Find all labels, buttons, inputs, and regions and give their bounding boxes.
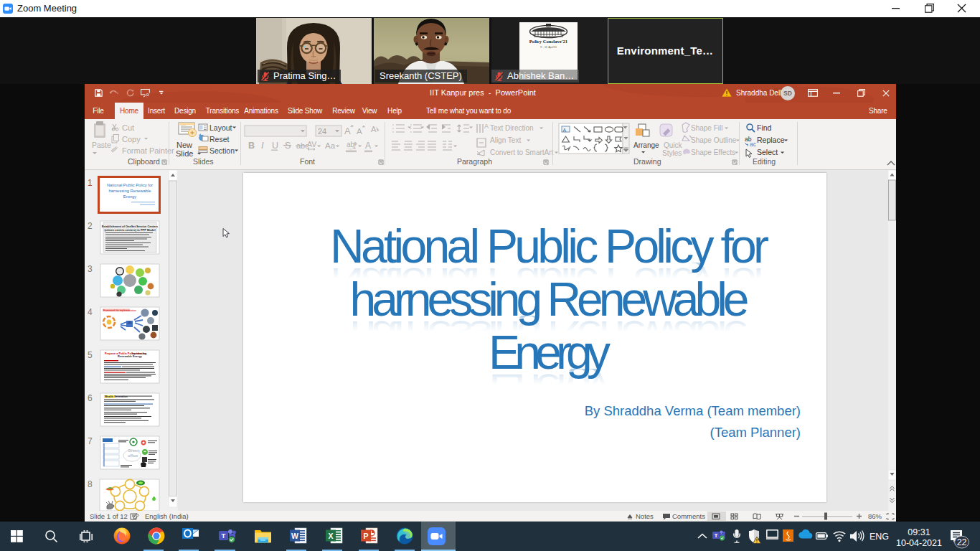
- svg-text:Paste: Paste: [92, 141, 111, 149]
- svg-text:Framework for implementation: Framework for implementation: [103, 309, 136, 312]
- svg-text:7: 7: [88, 436, 93, 446]
- svg-text:Arrange: Arrange: [633, 141, 659, 149]
- svg-text:10-04-2021: 10-04-2021: [896, 538, 942, 548]
- svg-text:Shape Fill: Shape Fill: [691, 124, 722, 132]
- svg-text:Font: Font: [300, 157, 315, 166]
- svg-text:Drawing: Drawing: [633, 157, 661, 166]
- svg-text:National Public Policy for: National Public Policy for: [107, 183, 153, 187]
- svg-text:Align Text: Align Text: [490, 136, 521, 144]
- svg-text:Comments: Comments: [672, 512, 705, 520]
- svg-text:W: W: [291, 532, 298, 540]
- svg-text:24: 24: [318, 127, 326, 136]
- svg-text:Copy: Copy: [122, 135, 141, 143]
- svg-text:Convert to SmartArt: Convert to SmartArt: [490, 149, 554, 156]
- svg-text:harnessing: harnessing: [132, 352, 147, 355]
- svg-text:Energy: Energy: [123, 194, 136, 199]
- svg-text:Editing: Editing: [753, 157, 776, 166]
- svg-text:Reset: Reset: [209, 135, 230, 143]
- svg-text:Energy: Energy: [489, 366, 611, 408]
- svg-text:B: B: [248, 141, 255, 151]
- svg-text:Section: Section: [209, 146, 235, 155]
- svg-text:86%: 86%: [868, 512, 882, 520]
- svg-text:ac: ac: [750, 141, 757, 148]
- svg-text:English (India): English (India): [145, 512, 189, 520]
- svg-text:By Shraddha Verma (Team member: By Shraddha Verma (Team member): [585, 403, 801, 418]
- svg-text:AV: AV: [307, 140, 316, 149]
- svg-text:Clipboard: Clipboard: [128, 157, 160, 166]
- svg-text:A: A: [371, 125, 377, 133]
- svg-text:09:31: 09:31: [908, 527, 930, 537]
- svg-text:Styles: Styles: [662, 149, 682, 157]
- svg-text:A: A: [344, 126, 351, 136]
- svg-text:T: T: [715, 532, 718, 539]
- svg-text:A: A: [563, 128, 567, 133]
- svg-text:Layout: Layout: [209, 123, 232, 132]
- svg-text:A: A: [484, 123, 489, 130]
- svg-text:New: New: [176, 141, 192, 149]
- svg-text:Cut: Cut: [122, 123, 134, 132]
- svg-text:I: I: [261, 140, 264, 151]
- svg-text:(Team Planner): (Team Planner): [710, 425, 801, 440]
- svg-text:1: 1: [88, 178, 93, 188]
- svg-text:Quick: Quick: [664, 141, 683, 149]
- svg-text:22: 22: [957, 537, 967, 547]
- svg-text:6: 6: [88, 393, 93, 403]
- svg-text:Find: Find: [757, 123, 772, 132]
- svg-text:U: U: [272, 141, 278, 151]
- svg-text:2: 2: [88, 221, 93, 231]
- svg-text:T: T: [222, 532, 226, 540]
- svg-text:P: P: [363, 532, 368, 540]
- svg-text:8: 8: [88, 479, 93, 489]
- svg-text:Text Direction: Text Direction: [490, 124, 534, 132]
- svg-text:Green: Green: [128, 448, 140, 453]
- svg-text:Renewable Energy: Renewable Energy: [118, 355, 143, 358]
- svg-text:Slides: Slides: [193, 157, 214, 166]
- svg-text:5: 5: [88, 350, 93, 360]
- svg-text:office: office: [128, 453, 138, 458]
- svg-text:X: X: [328, 532, 333, 540]
- svg-text:ENG: ENG: [870, 532, 889, 542]
- svg-text:A: A: [357, 127, 362, 136]
- svg-text:Replace: Replace: [757, 136, 785, 144]
- svg-text:(citizen centric centers) in P: (citizen centric centers) in PPP Model: [104, 228, 155, 232]
- svg-text:9ᵗ - 11ᵗ April'21: 9ᵗ - 11ᵗ April'21: [540, 46, 557, 49]
- svg-text:Shape Effects: Shape Effects: [691, 149, 735, 156]
- svg-text:Paragraph: Paragraph: [457, 157, 492, 166]
- svg-text:A: A: [365, 141, 371, 151]
- svg-text:Format Painter: Format Painter: [122, 146, 174, 155]
- svg-text:Slide 1 of 12: Slide 1 of 12: [90, 512, 128, 520]
- svg-text:Slide: Slide: [176, 149, 193, 158]
- svg-text:Policy Conclave'21: Policy Conclave'21: [529, 39, 567, 44]
- svg-text:Select: Select: [757, 148, 778, 156]
- svg-text:3: 3: [88, 264, 93, 274]
- svg-text:Aa: Aa: [325, 141, 336, 150]
- svg-text:ab: ab: [347, 141, 355, 149]
- svg-text:harnessing Renewable: harnessing Renewable: [109, 189, 151, 193]
- svg-text:Notes: Notes: [636, 512, 654, 520]
- svg-text:Shape Outline: Shape Outline: [691, 136, 737, 144]
- svg-text:4: 4: [88, 307, 93, 317]
